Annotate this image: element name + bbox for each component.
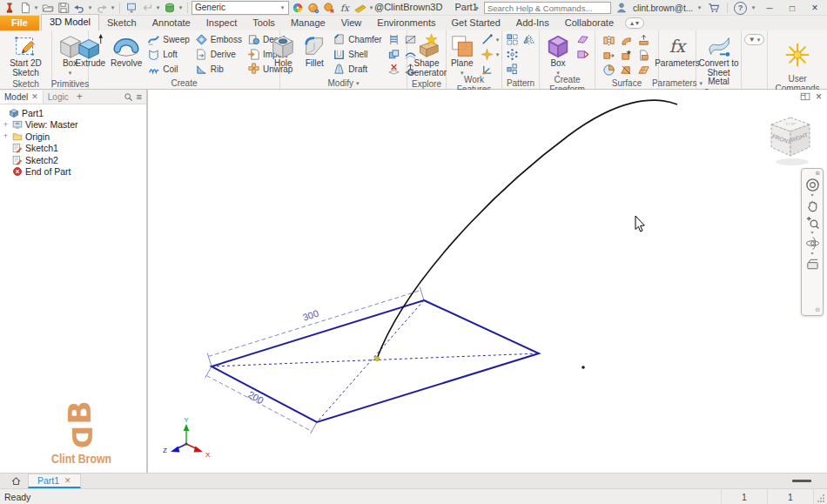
panel-label-create[interactable]: Create [89, 77, 279, 89]
redo-button[interactable] [94, 1, 109, 15]
save-button[interactable] [56, 1, 71, 15]
fit-mesh-face-button[interactable] [635, 63, 652, 77]
navbar-close-icon[interactable]: ⊗ [815, 169, 823, 177]
iproperties-button[interactable] [124, 1, 138, 15]
delete-face-button[interactable] [386, 62, 402, 77]
tree-item-view-master[interactable]: + View: Master [0, 119, 146, 131]
material-select[interactable]: Generic ▾ [192, 1, 289, 15]
tab-view[interactable]: View [333, 16, 370, 30]
emboss-button[interactable]: Emboss [193, 32, 244, 47]
circular-pattern-button[interactable] [504, 47, 521, 62]
help-caret-icon[interactable]: ▾ [750, 4, 756, 11]
trim-surface-button[interactable] [618, 63, 635, 77]
orbit-icon[interactable] [805, 236, 820, 251]
work-axis-button[interactable]: ▾ [479, 32, 501, 47]
pan-icon[interactable] [805, 198, 820, 213]
panel-label-pattern[interactable]: Pattern [502, 77, 539, 89]
undo-button[interactable] [71, 1, 86, 15]
thread-button[interactable] [386, 32, 402, 47]
panel-label-work-features[interactable]: Work Features [447, 78, 501, 90]
measure-button[interactable] [353, 1, 367, 15]
plane-button[interactable]: Plane ▾ [447, 32, 477, 78]
sketch-driven-pattern-button[interactable] [504, 62, 521, 77]
navigation-wheel-icon[interactable] [805, 178, 820, 192]
draft-button[interactable]: Draft [331, 62, 383, 77]
expand-icon[interactable]: + [2, 132, 10, 140]
tree-item-part1[interactable]: Part1 [0, 107, 146, 119]
orbit-caret-icon[interactable]: ▾ [810, 252, 813, 256]
tab-inspect[interactable]: Inspect [198, 16, 245, 30]
revolve-button[interactable]: Revolve [109, 32, 144, 70]
ribbon-display-toggle[interactable]: ▴▾ [625, 17, 644, 29]
convert-freeform-button[interactable] [575, 47, 591, 62]
patch-button[interactable] [618, 33, 635, 48]
panel-label-surface[interactable]: Surface [595, 77, 658, 89]
help-icon[interactable]: ? [734, 2, 747, 15]
coil-button[interactable]: Coil [145, 62, 192, 77]
zoom-icon[interactable] [805, 215, 820, 230]
appearance-wheel-button[interactable] [290, 1, 305, 15]
freeform-plane-button[interactable] [575, 32, 591, 47]
update-button[interactable] [162, 1, 177, 15]
replace-face-button[interactable] [635, 48, 652, 63]
app-store-cart-icon[interactable] [706, 1, 721, 15]
browser-add-tab-button[interactable]: + [73, 91, 86, 103]
start-2d-sketch-button[interactable]: Start 2D Sketch [3, 32, 50, 78]
browser-tab-model[interactable]: Model✕ [0, 91, 44, 104]
sweep-button[interactable]: Sweep [145, 32, 192, 47]
navbar-options-icon[interactable]: ⊖ [815, 306, 823, 315]
ruled-surface-button[interactable] [601, 63, 617, 77]
dimension-200-label[interactable]: 200 [246, 389, 266, 406]
tree-item-sketch2[interactable]: Sketch2 [0, 154, 146, 166]
tree-item-sketch1[interactable]: Sketch1 [0, 143, 146, 155]
graphics-viewport[interactable]: 300 200 Y X Z [150, 90, 827, 473]
close-button[interactable]: × [805, 1, 824, 15]
view-cube[interactable]: FRONT RIGHT TOP [759, 112, 822, 170]
tab-get-started[interactable]: Get Started [444, 16, 508, 30]
extrude-button[interactable]: Extrude [74, 32, 107, 70]
viewport-close-icon[interactable]: × [816, 92, 822, 101]
expand-icon[interactable]: + [2, 121, 10, 129]
inventor-logo-icon[interactable] [2, 1, 17, 15]
return-button[interactable] [139, 1, 154, 15]
chamfer-button[interactable]: Chamfer [331, 32, 383, 47]
wheel-caret-icon[interactable]: ▾ [810, 193, 813, 198]
undo-caret-icon[interactable]: ▾ [87, 4, 93, 11]
tab-tools[interactable]: Tools [245, 16, 283, 30]
panel-label-sketch[interactable]: Sketch [0, 78, 51, 89]
rectangular-pattern-button[interactable] [504, 32, 521, 47]
new-file-caret-icon[interactable]: ▾ [33, 4, 39, 11]
panel-label-create-freeform[interactable]: Create Freeform [540, 78, 595, 90]
return-caret-icon[interactable]: ▾ [155, 4, 161, 11]
browser-menu-icon[interactable]: ≡ [137, 91, 142, 102]
tab-file[interactable]: File [0, 16, 39, 30]
minimize-button[interactable]: ─ [760, 1, 779, 15]
derive-button[interactable]: Derive [193, 47, 244, 62]
panel-label-explore[interactable]: Explore [407, 78, 446, 89]
rib-button[interactable]: Rib [193, 62, 244, 77]
measure-caret-icon[interactable]: ▾ [368, 4, 374, 11]
user-menu-caret-icon[interactable]: ▾ [696, 4, 703, 11]
thicken-surface-button[interactable] [635, 33, 652, 48]
user-commands-button[interactable] [782, 39, 813, 71]
open-button[interactable] [40, 1, 55, 15]
sketch-point[interactable] [582, 366, 585, 369]
clear-appearance-button[interactable] [321, 1, 336, 15]
document-tab-part1[interactable]: Part1 ✕ [28, 474, 81, 488]
fillet-button[interactable]: Fillet [299, 32, 329, 70]
adjust-appearance-button[interactable] [306, 1, 320, 15]
arc-endpoint[interactable] [374, 356, 379, 360]
look-at-icon[interactable] [805, 257, 820, 272]
tab-annotate[interactable]: Annotate [145, 16, 198, 30]
panel-label-primitives[interactable]: Primitives [52, 78, 88, 89]
zoom-caret-icon[interactable]: ▾ [810, 231, 813, 235]
sculpt-button[interactable] [618, 48, 635, 63]
tree-item-origin[interactable]: + Origin [0, 131, 146, 143]
tab-add-ins[interactable]: Add-Ins [508, 16, 557, 30]
extend-surface-button[interactable] [601, 48, 617, 63]
browser-search-icon[interactable] [124, 92, 133, 102]
tab-sketch[interactable]: Sketch [99, 16, 145, 30]
shell-button[interactable]: Shell [331, 47, 383, 62]
document-tab-close-icon[interactable]: ✕ [64, 476, 71, 485]
panel-chooser-button[interactable]: ▼▾ [744, 34, 764, 45]
